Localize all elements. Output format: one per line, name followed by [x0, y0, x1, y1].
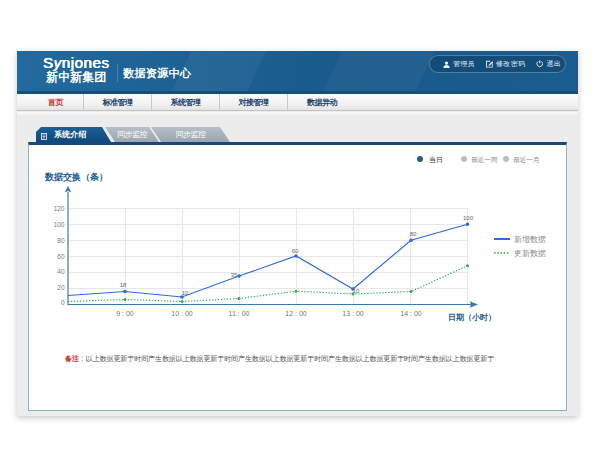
svg-text:60: 60	[292, 248, 299, 254]
svg-text:当日: 当日	[429, 156, 443, 164]
svg-text:100: 100	[463, 215, 474, 221]
svg-text:9 : 00: 9 : 00	[116, 310, 134, 317]
svg-text:更新数据: 更新数据	[514, 249, 546, 258]
svg-text:120: 120	[54, 205, 65, 212]
svg-text:60: 60	[57, 253, 65, 260]
svg-text:10 : 00: 10 : 00	[171, 310, 193, 317]
svg-text:新增数据: 新增数据	[514, 235, 546, 244]
svg-text:11 : 00: 11 : 00	[229, 310, 250, 317]
svg-text:40: 40	[57, 268, 65, 275]
svg-text:18: 18	[120, 282, 127, 288]
svg-text:80: 80	[57, 237, 65, 244]
svg-text:10: 10	[182, 290, 189, 296]
svg-text:0: 0	[61, 299, 65, 306]
svg-text:数据交换（条）: 数据交换（条）	[44, 172, 108, 182]
svg-text:20: 20	[57, 284, 65, 291]
svg-text:35: 35	[231, 272, 238, 278]
svg-text:80: 80	[410, 231, 417, 237]
svg-text:最近一月: 最近一月	[513, 156, 539, 164]
svg-text:14 : 00: 14 : 00	[400, 310, 422, 317]
svg-text:100: 100	[54, 221, 65, 228]
svg-text:12 : 00: 12 : 00	[285, 310, 307, 317]
svg-text:13 : 00: 13 : 00	[342, 310, 364, 317]
svg-text:日期（小时）: 日期（小时）	[448, 313, 496, 322]
svg-text:10: 10	[353, 288, 360, 294]
svg-text:最近一周: 最近一周	[471, 156, 498, 163]
